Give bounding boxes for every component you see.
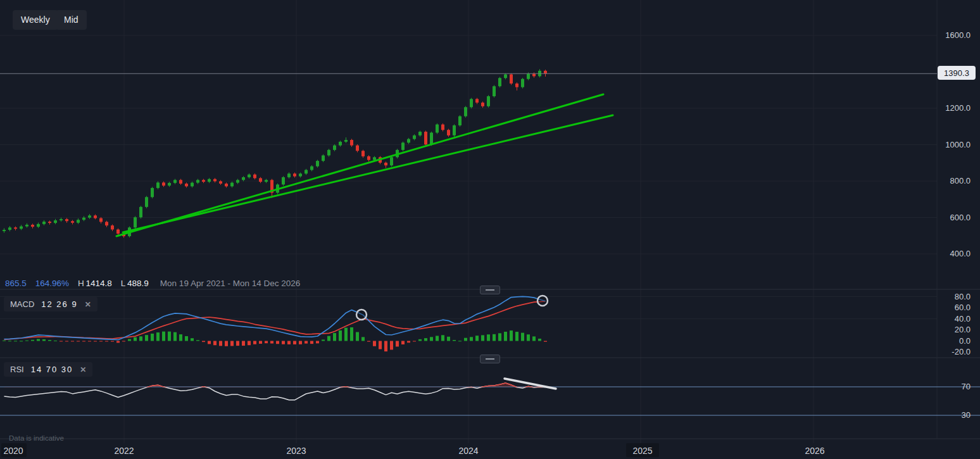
candle xyxy=(60,219,63,220)
candle xyxy=(259,178,262,182)
candles-layer xyxy=(3,69,547,237)
candle xyxy=(248,175,251,177)
candle xyxy=(350,140,353,146)
macd-histogram-bar xyxy=(191,338,194,341)
macd-histogram-bar xyxy=(493,334,496,341)
macd-close-icon[interactable]: ✕ xyxy=(85,300,91,309)
candle xyxy=(202,180,205,182)
candle xyxy=(327,150,330,156)
candle xyxy=(504,75,507,79)
macd-histogram-bar xyxy=(510,330,513,341)
macd-histogram-bar xyxy=(356,332,359,341)
macd-histogram-bar xyxy=(515,332,518,341)
macd-histogram-bar xyxy=(487,334,490,341)
candle xyxy=(168,183,171,185)
macd-histogram-bar xyxy=(242,341,245,346)
macd-histogram-bar xyxy=(333,333,336,341)
candle xyxy=(407,139,410,143)
candle xyxy=(173,180,177,183)
macd-histogram-bar xyxy=(458,341,462,341)
macd-histogram-bar xyxy=(99,341,103,342)
macd-histogram-bar xyxy=(60,341,63,342)
macd-point-marker[interactable] xyxy=(356,310,367,320)
candle xyxy=(31,225,34,227)
macd-histogram-bar xyxy=(293,341,296,344)
macd-histogram-bar xyxy=(259,341,262,344)
macd-histogram-bar xyxy=(88,341,91,342)
rsi-axis-tick: 70 xyxy=(962,382,971,392)
rsi-close-icon[interactable]: ✕ xyxy=(80,365,86,374)
time-axis-year-label: 2023 xyxy=(286,446,306,456)
macd-histogram-bar xyxy=(225,341,228,346)
candle xyxy=(498,78,501,86)
candle xyxy=(99,218,103,222)
candle xyxy=(493,86,496,96)
macd-histogram-bar xyxy=(396,341,399,347)
macd-indicator-name: MACD xyxy=(10,299,34,309)
rsi-legend[interactable]: RSI 14 70 30 ✕ xyxy=(4,362,92,377)
macd-pane-resize-handle[interactable] xyxy=(480,286,500,294)
macd-histogram-bar xyxy=(236,341,239,346)
macd-histogram-bar xyxy=(344,328,348,341)
macd-histogram-bar xyxy=(316,341,319,344)
candle xyxy=(521,79,524,87)
macd-histogram-bar xyxy=(31,340,34,341)
candle xyxy=(88,215,91,217)
macd-histogram-bar xyxy=(282,341,285,344)
candle xyxy=(316,161,319,167)
range-change-percent: 164.96% xyxy=(35,279,69,288)
macd-histogram-bar xyxy=(299,341,302,344)
rsi-axis-tick: 30 xyxy=(962,410,971,420)
macd-histogram-bar xyxy=(390,341,393,350)
time-axis-year-label: 2022 xyxy=(114,446,134,456)
candle xyxy=(134,217,137,227)
price-axis-tick: 400.0 xyxy=(950,249,971,259)
macd-histogram-bar xyxy=(276,341,279,344)
size-button[interactable]: Mid xyxy=(56,10,87,30)
candle xyxy=(436,125,439,133)
last-price-label: 1390.3 xyxy=(938,66,976,80)
candle xyxy=(458,116,462,125)
grip-icon xyxy=(486,358,494,360)
macd-histogram-bar xyxy=(413,341,416,342)
macd-histogram-bar xyxy=(441,335,444,341)
candle xyxy=(145,197,148,207)
candle xyxy=(344,140,348,142)
candle xyxy=(470,99,473,107)
macd-histogram-bar xyxy=(8,341,11,341)
macd-histogram-bar xyxy=(464,338,467,341)
candle xyxy=(71,221,74,223)
macd-histogram-bar xyxy=(447,337,450,341)
macd-histogram-bar xyxy=(430,337,433,341)
trendline-drawing[interactable] xyxy=(116,94,603,236)
macd-histogram-bar xyxy=(248,341,251,346)
candle xyxy=(219,181,222,184)
macd-legend[interactable]: MACD 12 26 9 ✕ xyxy=(4,297,97,311)
macd-histogram-bar xyxy=(418,339,422,341)
price-info-bar: 865.5 164.96% H 1414.8 L 488.9 Mon 19 Ap… xyxy=(5,279,300,288)
candle xyxy=(453,125,456,135)
rsi-pane-resize-handle[interactable] xyxy=(480,355,500,363)
macd-histogram-bar xyxy=(521,333,524,341)
macd-histogram-bar xyxy=(25,341,28,341)
range-change-value: 865.5 xyxy=(5,279,27,288)
candle xyxy=(179,180,182,184)
macd-histogram-bar xyxy=(424,338,427,341)
macd-axis-tick: -20.0 xyxy=(952,347,971,357)
macd-histogram-bar xyxy=(208,341,211,344)
macd-point-marker[interactable] xyxy=(537,296,548,306)
macd-params: 12 26 9 xyxy=(41,299,77,309)
trendline-drawing[interactable] xyxy=(123,115,613,232)
chart-canvas[interactable] xyxy=(0,0,980,459)
time-axis-year-label: 2026 xyxy=(805,446,824,456)
candle xyxy=(441,125,444,130)
macd-histogram-bar xyxy=(481,335,484,341)
candle xyxy=(65,219,68,221)
candle xyxy=(20,227,23,229)
candle xyxy=(430,133,433,145)
candle xyxy=(139,207,142,217)
macd-histogram-bar xyxy=(310,341,313,344)
macd-histogram-bar xyxy=(322,339,325,341)
timeframe-button[interactable]: Weekly xyxy=(13,10,58,30)
candle xyxy=(413,135,416,139)
